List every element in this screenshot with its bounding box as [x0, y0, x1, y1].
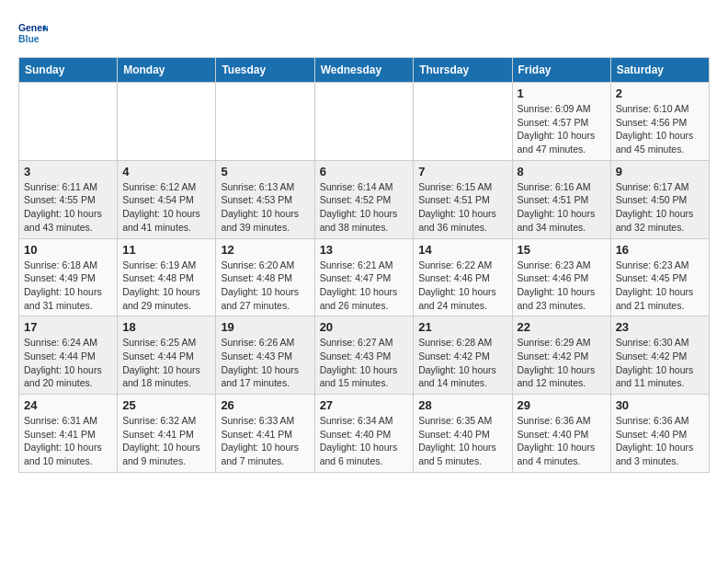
day-info: Sunrise: 6:20 AM Sunset: 4:48 PM Dayligh… — [221, 259, 309, 313]
calendar-week-3: 10Sunrise: 6:18 AM Sunset: 4:49 PM Dayli… — [19, 238, 710, 316]
day-info: Sunrise: 6:28 AM Sunset: 4:42 PM Dayligh… — [418, 336, 506, 390]
day-header-wednesday: Wednesday — [314, 58, 414, 83]
day-info: Sunrise: 6:27 AM Sunset: 4:43 PM Dayligh… — [320, 336, 409, 390]
day-number: 3 — [24, 165, 112, 178]
calendar-cell — [118, 83, 216, 161]
day-number: 15 — [518, 243, 606, 257]
day-number: 21 — [418, 320, 506, 334]
page-header: General Blue — [18, 18, 710, 48]
calendar-cell: 16Sunrise: 6:23 AM Sunset: 4:45 PM Dayli… — [610, 238, 709, 316]
day-info: Sunrise: 6:36 AM Sunset: 4:40 PM Dayligh… — [616, 414, 704, 468]
day-info: Sunrise: 6:32 AM Sunset: 4:41 PM Dayligh… — [122, 414, 210, 468]
calendar-cell: 10Sunrise: 6:18 AM Sunset: 4:49 PM Dayli… — [19, 238, 118, 316]
calendar-cell: 17Sunrise: 6:24 AM Sunset: 4:44 PM Dayli… — [19, 316, 118, 395]
day-info: Sunrise: 6:17 AM Sunset: 4:50 PM Dayligh… — [616, 180, 704, 235]
day-number: 28 — [418, 398, 506, 412]
day-number: 14 — [418, 243, 506, 257]
day-info: Sunrise: 6:34 AM Sunset: 4:40 PM Dayligh… — [320, 414, 409, 468]
calendar-cell: 3Sunrise: 6:11 AM Sunset: 4:55 PM Daylig… — [19, 160, 118, 238]
calendar-cell: 20Sunrise: 6:27 AM Sunset: 4:43 PM Dayli… — [314, 316, 414, 395]
calendar-cell: 11Sunrise: 6:19 AM Sunset: 4:48 PM Dayli… — [118, 238, 216, 316]
day-info: Sunrise: 6:16 AM Sunset: 4:51 PM Dayligh… — [518, 180, 606, 235]
calendar-cell: 12Sunrise: 6:20 AM Sunset: 4:48 PM Dayli… — [216, 238, 314, 316]
day-number: 9 — [616, 165, 704, 178]
day-number: 22 — [518, 320, 606, 334]
day-info: Sunrise: 6:13 AM Sunset: 4:53 PM Dayligh… — [221, 180, 309, 235]
calendar-cell — [314, 83, 414, 161]
calendar-week-1: 1Sunrise: 6:09 AM Sunset: 4:57 PM Daylig… — [19, 83, 710, 161]
calendar-cell: 19Sunrise: 6:26 AM Sunset: 4:43 PM Dayli… — [216, 316, 314, 395]
calendar-cell — [19, 83, 118, 161]
day-number: 1 — [518, 86, 606, 100]
day-number: 18 — [122, 320, 210, 334]
svg-text:Blue: Blue — [18, 34, 40, 44]
calendar-cell — [216, 83, 314, 161]
calendar-table: SundayMondayTuesdayWednesdayThursdayFrid… — [18, 57, 710, 473]
calendar-cell: 27Sunrise: 6:34 AM Sunset: 4:40 PM Dayli… — [314, 395, 414, 473]
day-number: 7 — [418, 165, 506, 178]
day-number: 17 — [24, 320, 112, 334]
calendar-week-4: 17Sunrise: 6:24 AM Sunset: 4:44 PM Dayli… — [19, 316, 710, 395]
calendar-cell: 18Sunrise: 6:25 AM Sunset: 4:44 PM Dayli… — [118, 316, 216, 395]
day-number: 11 — [122, 243, 210, 257]
day-info: Sunrise: 6:09 AM Sunset: 4:57 PM Dayligh… — [518, 102, 606, 156]
day-info: Sunrise: 6:23 AM Sunset: 4:46 PM Dayligh… — [518, 259, 606, 313]
day-number: 23 — [616, 320, 704, 334]
day-number: 24 — [24, 398, 112, 412]
calendar-cell: 4Sunrise: 6:12 AM Sunset: 4:54 PM Daylig… — [118, 160, 216, 238]
day-number: 2 — [616, 86, 704, 100]
calendar-cell: 9Sunrise: 6:17 AM Sunset: 4:50 PM Daylig… — [610, 160, 709, 238]
day-info: Sunrise: 6:24 AM Sunset: 4:44 PM Dayligh… — [24, 336, 112, 390]
calendar-cell: 26Sunrise: 6:33 AM Sunset: 4:41 PM Dayli… — [216, 395, 314, 473]
calendar-cell: 29Sunrise: 6:36 AM Sunset: 4:40 PM Dayli… — [512, 395, 610, 473]
day-number: 6 — [320, 165, 409, 178]
day-info: Sunrise: 6:11 AM Sunset: 4:55 PM Dayligh… — [24, 180, 112, 235]
day-number: 26 — [221, 398, 309, 412]
calendar-cell: 23Sunrise: 6:30 AM Sunset: 4:42 PM Dayli… — [610, 316, 709, 395]
day-info: Sunrise: 6:26 AM Sunset: 4:43 PM Dayligh… — [221, 336, 309, 390]
logo: General Blue — [18, 18, 51, 48]
day-info: Sunrise: 6:25 AM Sunset: 4:44 PM Dayligh… — [122, 336, 210, 390]
day-header-saturday: Saturday — [610, 58, 709, 83]
day-header-thursday: Thursday — [414, 58, 512, 83]
calendar-cell: 22Sunrise: 6:29 AM Sunset: 4:42 PM Dayli… — [512, 316, 610, 395]
calendar-cell: 30Sunrise: 6:36 AM Sunset: 4:40 PM Dayli… — [610, 395, 709, 473]
calendar-cell: 5Sunrise: 6:13 AM Sunset: 4:53 PM Daylig… — [216, 160, 314, 238]
day-number: 19 — [221, 320, 309, 334]
day-header-tuesday: Tuesday — [216, 58, 314, 83]
day-info: Sunrise: 6:33 AM Sunset: 4:41 PM Dayligh… — [221, 414, 309, 468]
day-info: Sunrise: 6:31 AM Sunset: 4:41 PM Dayligh… — [24, 414, 112, 468]
calendar-cell: 28Sunrise: 6:35 AM Sunset: 4:40 PM Dayli… — [414, 395, 512, 473]
calendar-cell: 25Sunrise: 6:32 AM Sunset: 4:41 PM Dayli… — [118, 395, 216, 473]
day-info: Sunrise: 6:21 AM Sunset: 4:47 PM Dayligh… — [320, 259, 409, 313]
day-info: Sunrise: 6:29 AM Sunset: 4:42 PM Dayligh… — [518, 336, 606, 390]
calendar-cell: 24Sunrise: 6:31 AM Sunset: 4:41 PM Dayli… — [19, 395, 118, 473]
calendar-header-row: SundayMondayTuesdayWednesdayThursdayFrid… — [19, 58, 710, 83]
calendar-cell: 6Sunrise: 6:14 AM Sunset: 4:52 PM Daylig… — [314, 160, 414, 238]
calendar-cell: 1Sunrise: 6:09 AM Sunset: 4:57 PM Daylig… — [512, 83, 610, 161]
day-number: 29 — [518, 398, 606, 412]
day-info: Sunrise: 6:30 AM Sunset: 4:42 PM Dayligh… — [616, 336, 704, 390]
calendar-week-5: 24Sunrise: 6:31 AM Sunset: 4:41 PM Dayli… — [19, 395, 710, 473]
day-number: 30 — [616, 398, 704, 412]
calendar-cell: 15Sunrise: 6:23 AM Sunset: 4:46 PM Dayli… — [512, 238, 610, 316]
day-info: Sunrise: 6:15 AM Sunset: 4:51 PM Dayligh… — [418, 180, 506, 235]
day-info: Sunrise: 6:23 AM Sunset: 4:45 PM Dayligh… — [616, 259, 704, 313]
calendar-week-2: 3Sunrise: 6:11 AM Sunset: 4:55 PM Daylig… — [19, 160, 710, 238]
day-number: 10 — [24, 243, 112, 257]
day-number: 12 — [221, 243, 309, 257]
calendar-cell: 8Sunrise: 6:16 AM Sunset: 4:51 PM Daylig… — [512, 160, 610, 238]
day-info: Sunrise: 6:10 AM Sunset: 4:56 PM Dayligh… — [616, 102, 704, 156]
day-header-sunday: Sunday — [19, 58, 118, 83]
calendar-cell: 7Sunrise: 6:15 AM Sunset: 4:51 PM Daylig… — [414, 160, 512, 238]
day-info: Sunrise: 6:18 AM Sunset: 4:49 PM Dayligh… — [24, 259, 112, 313]
calendar-cell: 21Sunrise: 6:28 AM Sunset: 4:42 PM Dayli… — [414, 316, 512, 395]
day-info: Sunrise: 6:22 AM Sunset: 4:46 PM Dayligh… — [418, 259, 506, 313]
day-number: 25 — [122, 398, 210, 412]
calendar-cell: 13Sunrise: 6:21 AM Sunset: 4:47 PM Dayli… — [314, 238, 414, 316]
calendar-cell: 2Sunrise: 6:10 AM Sunset: 4:56 PM Daylig… — [610, 83, 709, 161]
day-number: 20 — [320, 320, 409, 334]
calendar-cell — [414, 83, 512, 161]
day-info: Sunrise: 6:12 AM Sunset: 4:54 PM Dayligh… — [122, 180, 210, 235]
day-number: 8 — [518, 165, 606, 178]
